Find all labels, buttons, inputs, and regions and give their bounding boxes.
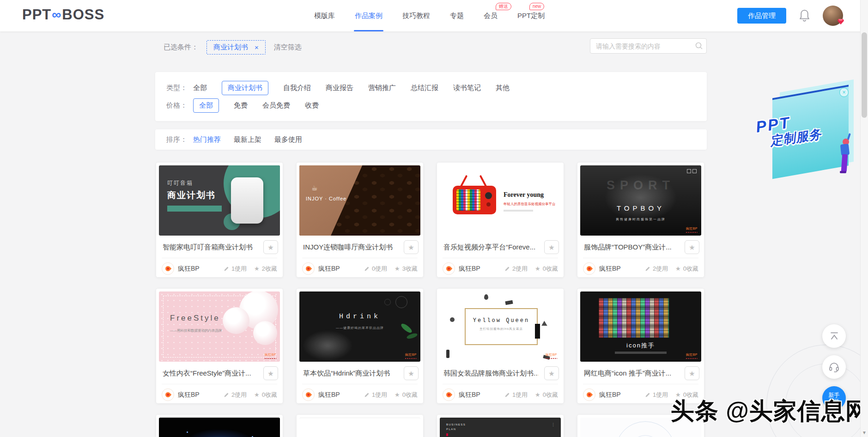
uses-meta: 2使用 [224,391,247,399]
star-icon: ★ [408,243,414,251]
remove-filter-icon[interactable]: × [255,43,259,51]
watermark-text: 头条 @头家信息网 [671,395,868,427]
clear-filters-link[interactable]: 清空筛选 [274,43,302,52]
back-to-top-button[interactable] [822,324,846,348]
card-thumbnail[interactable] [159,418,280,437]
template-card[interactable]: SPORT TOPBOY 男性健身时尚服饰第一品牌 疯狂BP 服饰品牌“TOPB… [577,163,704,277]
card-thumbnail[interactable]: Yellow Queen 主打特别服饰的ins风女装店 疯狂BP [440,291,561,362]
coffee-cup-icon: ☕ [311,184,317,192]
search-icon[interactable] [695,42,703,52]
card-thumbnail[interactable]: ☕ INJOY · Coffee [299,165,420,236]
type-option-summary[interactable]: 总结汇报 [411,84,438,92]
scrollbar[interactable]: ▼ [860,0,868,437]
scrollbar-thumb[interactable] [862,32,867,118]
favorite-button[interactable]: ★ [404,366,419,380]
nav-item-topics[interactable]: 专题 [450,0,464,31]
nav-label: 会员 [484,12,498,20]
favorite-button[interactable]: ★ [685,240,699,254]
card-thumbnail[interactable]: Forever young 年轻人的原创音乐短视频分享平台 [440,165,561,236]
card-author: 疯狂BP [599,391,621,399]
card-title: 网红电商“icon 推手”商业计... [584,369,671,378]
favorites-meta: ★0收藏 [535,265,558,273]
star-icon: ★ [675,265,681,272]
price-option-all[interactable]: 全部 [193,98,219,113]
card-thumbnail[interactable]: FreeStyle ——用科技和数据驱动的内衣品牌 疯狂BP [159,291,280,362]
card-thumbnail[interactable]: 叮叮音箱 商业计划书 [159,165,280,236]
card-title: 女性内衣“FreeStyle”商业计... [163,369,251,378]
type-option-all[interactable]: 全部 [193,84,207,92]
favorite-button[interactable]: ★ [685,366,699,380]
pencil-icon [364,392,370,398]
star-icon: ★ [535,265,540,272]
type-option-other[interactable]: 其他 [496,84,510,92]
template-card[interactable]: FreeStyle ——用科技和数据驱动的内衣品牌 疯狂BP 女性内衣“Free… [156,289,283,403]
star-icon: ★ [535,391,540,398]
author-flame-icon [162,262,174,275]
card-title: 服饰品牌“TOPBOY”商业计... [584,243,672,252]
favorite-button[interactable]: ★ [544,240,559,254]
uses-meta: 2使用 [504,265,528,273]
favorite-button[interactable]: ★ [404,240,419,254]
search-input[interactable] [590,38,707,54]
price-option-free[interactable]: 免费 [234,101,248,110]
bp-logo: 疯狂BP [405,352,417,359]
template-card[interactable]: ☕ INJOY · Coffee INJOY连锁咖啡厅商业计划书 ★ 疯狂BP … [297,163,423,277]
template-card[interactable]: Hdrink ——健康好喝的草本饮品品牌 疯狂BP 草本饮品“Hdrink”商业… [297,289,423,403]
template-card[interactable]: Forever young 年轻人的原创音乐短视频分享平台 音乐短视频分享平台“… [437,163,564,277]
card-thumbnail[interactable]: SPORT TOPBOY 男性健身时尚服饰第一品牌 疯狂BP [580,165,701,236]
type-filter-row: 类型： 全部 商业计划书 自我介绍 商业报告 营销推广 总结汇报 读书笔记 其他 [166,79,696,97]
nav-item-membership[interactable]: 会员 赠送 [484,0,498,31]
person-illustration [835,132,856,178]
type-option-reading-notes[interactable]: 读书笔记 [453,84,481,92]
thumb-text: Hdrink [299,313,420,321]
customer-service-button[interactable] [822,355,846,379]
notification-bell-icon[interactable] [798,9,811,23]
type-option-business-plan[interactable]: 商业计划书 [222,81,268,95]
nav-item-ppt-custom[interactable]: PPT定制 new [517,0,545,31]
card-thumbnail[interactable]: Hdrink ——健康好喝的草本饮品品牌 疯狂BP [299,291,420,362]
type-option-marketing[interactable]: 营销推广 [368,84,396,92]
type-option-self-intro[interactable]: 自我介绍 [283,84,311,92]
author-flame-icon [583,262,595,275]
user-avatar[interactable] [823,6,843,26]
banner-close-icon[interactable]: × [839,88,849,97]
thumb-text: icon推手 [580,341,701,350]
thumb-text: INJOY · Coffee [306,196,346,201]
favorite-button[interactable]: ★ [263,240,278,254]
template-card[interactable]: icon推手 疯狂BP 网红电商“icon 推手”商业计... ★ 疯狂BP 1… [577,289,704,403]
card-thumbnail[interactable] [299,418,420,437]
author-flame-icon [302,388,315,401]
favorite-button[interactable]: ★ [544,366,559,380]
ppt-custom-service-banner[interactable]: × PPT 定制服务 [753,73,862,182]
site-logo[interactable]: PPT ∞ BOSS [22,6,104,23]
logo-text-boss: BOSS [62,6,104,23]
scrollbar-down-arrow[interactable]: ▼ [862,430,867,435]
arc-sketch-art [615,421,675,437]
nav-item-works[interactable]: 作品案例 [355,0,382,31]
card-title: INJOY连锁咖啡厅商业计划书 [303,243,393,252]
price-option-paid[interactable]: 收费 [305,101,319,110]
favorite-button[interactable]: ★ [263,366,278,380]
nav-item-tutorials[interactable]: 技巧教程 [402,0,430,31]
price-option-member-free[interactable]: 会员免费 [262,101,290,110]
price-filter-row: 价格： 全部 免费 会员免费 收费 [166,97,696,114]
type-option-business-report[interactable]: 商业报告 [326,84,353,92]
template-card[interactable] [297,415,423,437]
selected-filter-tag[interactable]: 商业计划书 × [206,40,266,55]
manage-works-button[interactable]: 作品管理 [737,8,786,24]
sort-option-most-used[interactable]: 最多使用 [274,135,302,144]
star-icon: ★ [408,370,414,377]
template-card[interactable]: 叮叮音箱 商业计划书 智能家电叮叮音箱商业计划书 ★ 疯狂BP 1使用 ★2收藏 [156,163,283,277]
card-thumbnail[interactable]: BUSINESS PLAN ⋮ [440,418,561,437]
thumb-text: FreeStyle [170,314,220,323]
sort-option-hot[interactable]: 热门推荐 [193,135,221,144]
card-author: 疯狂BP [599,265,621,273]
template-card[interactable]: Yellow Queen 主打特别服饰的ins风女装店 疯狂BP 韩国女装品牌服… [437,289,564,403]
template-card[interactable]: BUSINESS PLAN ⋮ [437,415,564,437]
sort-option-newest[interactable]: 最新上架 [234,135,261,144]
thumb-text: Forever young [504,191,557,199]
card-thumbnail[interactable]: icon推手 疯狂BP [580,291,701,362]
nav-item-templates[interactable]: 模版库 [314,0,335,31]
template-card[interactable] [156,415,283,437]
vip-gem-icon [837,18,844,27]
